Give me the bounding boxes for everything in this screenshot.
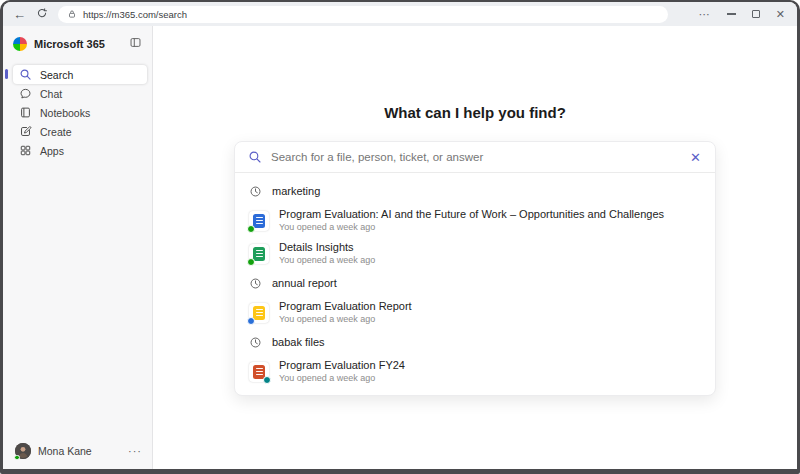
suggestion-file-subtitle: You opened a week ago xyxy=(279,314,412,325)
sidebar-item-label: Notebooks xyxy=(40,107,90,119)
refresh-icon[interactable] xyxy=(36,7,48,21)
lock-icon xyxy=(67,5,77,23)
search-input[interactable] xyxy=(271,151,680,163)
history-icon xyxy=(249,277,262,290)
search-panel: ✕ marketing xyxy=(234,141,716,396)
chat-icon xyxy=(19,87,32,100)
sidebar-item-label: Apps xyxy=(40,145,64,157)
user-name: Mona Kane xyxy=(38,445,121,457)
presence-available-icon xyxy=(14,455,20,461)
close-icon[interactable]: ✕ xyxy=(776,9,785,20)
powerpoint-file-icon xyxy=(249,362,269,382)
suggestion-file-title: Program Evaluation FY24 xyxy=(279,359,405,373)
browser-titlebar: ← https://m365.com/search ⋯ ✕ xyxy=(3,2,797,26)
search-icon xyxy=(248,150,262,164)
sidebar-nav: Search Chat Notebooks Create xyxy=(3,65,152,160)
suggestion-row[interactable]: marketing xyxy=(235,178,715,204)
close-search-icon[interactable]: ✕ xyxy=(689,151,702,164)
maximize-icon[interactable] xyxy=(752,10,760,18)
sidebar-item-search[interactable]: Search xyxy=(13,65,147,84)
url-bar[interactable]: https://m365.com/search xyxy=(58,6,668,23)
suggestion-row[interactable]: babak files xyxy=(235,329,715,355)
create-icon xyxy=(19,125,32,138)
sidebar-item-notebooks[interactable]: Notebooks xyxy=(13,103,147,122)
brand-row: Microsoft 365 xyxy=(3,31,152,57)
suggestion-file-title: Program Evaluation: AI and the Future of… xyxy=(279,208,664,222)
suggestion-query-text: annual report xyxy=(272,277,337,289)
back-icon[interactable]: ← xyxy=(13,8,26,21)
page-title: What can I help you find? xyxy=(384,104,566,121)
suggestion-file-subtitle: You opened a week ago xyxy=(279,222,664,233)
url-text: https://m365.com/search xyxy=(83,9,187,20)
suggestion-list: marketing Program Evaluation: AI and the… xyxy=(235,173,715,395)
yellow-document-file-icon xyxy=(249,303,269,323)
sidebar: Microsoft 365 Search Chat xyxy=(3,26,153,469)
cloud-sync-icon xyxy=(247,317,255,325)
sidebar-item-label: Create xyxy=(40,126,72,138)
history-icon xyxy=(249,185,262,198)
browser-window: ← https://m365.com/search ⋯ ✕ xyxy=(0,0,800,474)
apps-grid-icon xyxy=(19,144,32,157)
word-file-icon xyxy=(249,211,269,231)
suggestion-row[interactable]: Details Insights You opened a week ago xyxy=(235,237,715,270)
suggestion-file-subtitle: You opened a week ago xyxy=(279,373,405,384)
search-icon xyxy=(19,68,32,81)
user-account-row[interactable]: Mona Kane ··· xyxy=(3,439,152,469)
browser-menu-icon[interactable]: ⋯ xyxy=(699,8,711,21)
cloud-sync-icon xyxy=(247,225,255,233)
sidebar-item-label: Search xyxy=(40,69,73,81)
stream-badge-icon xyxy=(263,376,271,384)
sidebar-item-apps[interactable]: Apps xyxy=(13,141,147,160)
cloud-sync-icon xyxy=(247,258,255,266)
brand-label: Microsoft 365 xyxy=(34,38,122,50)
suggestion-query-text: marketing xyxy=(272,185,320,197)
sidebar-item-label: Chat xyxy=(40,88,62,100)
notebook-icon xyxy=(19,106,32,119)
user-more-icon[interactable]: ··· xyxy=(128,445,142,457)
sidebar-item-chat[interactable]: Chat xyxy=(13,84,147,103)
suggestion-file-title: Details Insights xyxy=(279,241,375,255)
suggestion-file-title: Program Evaluation Report xyxy=(279,300,412,314)
excel-file-icon xyxy=(249,244,269,264)
microsoft-365-logo-icon xyxy=(13,37,27,51)
suggestion-file-subtitle: You opened a week ago xyxy=(279,255,375,266)
suggestion-query-text: babak files xyxy=(272,336,325,348)
minimize-icon[interactable] xyxy=(727,13,736,15)
main-content: What can I help you find? ✕ marketing xyxy=(153,26,797,469)
suggestion-row[interactable]: Program Evaluation: AI and the Future of… xyxy=(235,204,715,237)
search-box: ✕ xyxy=(235,142,715,173)
history-icon xyxy=(249,336,262,349)
suggestion-row[interactable]: annual report xyxy=(235,270,715,296)
suggestion-row[interactable]: Program Evaluation FY24 You opened a wee… xyxy=(235,355,715,388)
suggestion-row[interactable]: Program Evaluation Report You opened a w… xyxy=(235,296,715,329)
sidebar-item-create[interactable]: Create xyxy=(13,122,147,141)
avatar xyxy=(15,443,31,459)
collapse-sidebar-icon[interactable] xyxy=(129,35,142,53)
